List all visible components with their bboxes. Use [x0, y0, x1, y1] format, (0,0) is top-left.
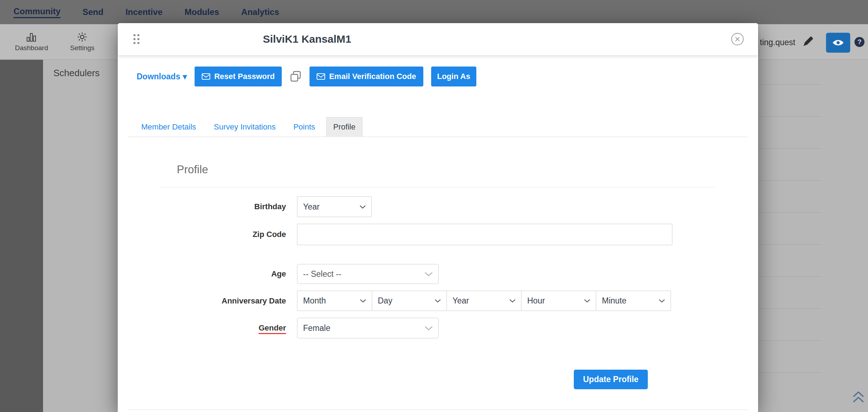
eye-icon: [832, 39, 844, 47]
nav-item-analytics[interactable]: Analytics: [241, 7, 279, 17]
envelope-icon: [317, 73, 325, 80]
table-row: [747, 373, 822, 373]
bar-chart-icon: [26, 32, 37, 42]
chevron-down-icon: [584, 299, 590, 303]
login-as-label: Login As: [437, 72, 470, 81]
birthday-label: Birthday: [118, 202, 286, 211]
nav-item-incentive[interactable]: Incentive: [126, 7, 163, 17]
scroll-top-double-chevron-icon[interactable]: [852, 391, 864, 403]
email-verification-label: Email Verification Code: [329, 72, 416, 81]
tab-survey-invitations[interactable]: Survey Invitations: [207, 117, 282, 137]
chevron-down-icon: [425, 272, 433, 276]
help-button[interactable]: ?: [854, 37, 864, 47]
copy-icon[interactable]: [290, 70, 302, 83]
nav-item-community[interactable]: Community: [14, 6, 60, 18]
gear-icon: [77, 32, 88, 42]
chevron-down-icon: [659, 299, 665, 303]
member-profile-modal: SilviK1 KansalM1 Downloads ▾ Reset P: [118, 23, 758, 412]
chevron-down-icon: [360, 205, 366, 209]
birthday-row: Birthday Year: [118, 196, 758, 217]
tab-member-details[interactable]: Member Details: [134, 117, 203, 137]
table-row: [747, 212, 822, 213]
gender-label-text: Gender: [259, 323, 286, 334]
profile-section-heading: Profile: [177, 163, 208, 176]
age-select[interactable]: -- Select --: [297, 264, 439, 284]
envelope-icon: [202, 73, 210, 80]
table-row: [747, 244, 822, 245]
login-as-button[interactable]: Login As: [431, 67, 476, 86]
nav-item-send[interactable]: Send: [83, 7, 104, 17]
reset-password-button[interactable]: Reset Password: [195, 67, 282, 86]
birthday-year-select[interactable]: Year: [297, 196, 372, 217]
section-divider: [160, 187, 715, 187]
zip-row: Zip Code: [118, 224, 758, 245]
chevron-down-icon: [425, 326, 433, 331]
anniversary-month-value: Month: [303, 296, 326, 306]
chevron-down-icon: [360, 299, 366, 303]
table-row: [747, 340, 822, 341]
table-row: [747, 180, 822, 181]
anniversary-year-value: Year: [452, 296, 469, 306]
preview-eye-button[interactable]: [826, 33, 850, 53]
help-label: ?: [857, 38, 862, 46]
nav-item-modules[interactable]: Modules: [185, 7, 219, 17]
gender-row: Gender Female: [118, 318, 758, 338]
settings-label: Settings: [70, 44, 95, 52]
modal-header: SilviK1 KansalM1: [118, 23, 758, 55]
sidebar-item-schedulers[interactable]: Schedulers: [53, 68, 100, 79]
reset-password-label: Reset Password: [214, 72, 275, 81]
age-value: -- Select --: [303, 269, 341, 279]
anniversary-hour-select[interactable]: Hour: [521, 291, 596, 311]
anniversary-minute-select[interactable]: Minute: [596, 291, 671, 311]
close-icon[interactable]: [730, 32, 745, 46]
anniversary-day-select[interactable]: Day: [372, 291, 447, 311]
table-row: [747, 148, 822, 149]
zip-code-input[interactable]: [297, 224, 672, 245]
anniversary-year-select[interactable]: Year: [446, 291, 522, 311]
anniversary-date-label: Anniversary Date: [118, 296, 286, 306]
dashboard-label: Dashboard: [15, 44, 48, 52]
birthday-year-value: Year: [303, 202, 319, 212]
table-row: [747, 84, 822, 85]
caret-down-icon: ▾: [183, 72, 187, 81]
modal-title: SilviK1 KansalM1: [263, 23, 351, 55]
top-nav-bar: Community Send Incentive Modules Analyti…: [0, 0, 868, 24]
table-row: [747, 276, 822, 277]
age-row: Age -- Select --: [118, 264, 758, 284]
domain-text: ting.quest: [760, 38, 795, 47]
downloads-label: Downloads: [137, 72, 180, 81]
anniversary-day-value: Day: [378, 296, 392, 306]
screen: Community Send Incentive Modules Analyti…: [0, 0, 868, 412]
gender-select[interactable]: Female: [297, 318, 439, 338]
modal-tabs: Member Details Survey Invitations Points…: [128, 117, 748, 137]
email-verification-code-button[interactable]: Email Verification Code: [309, 67, 423, 86]
chevron-down-icon: [509, 299, 515, 303]
gender-label: Gender: [118, 323, 286, 333]
modal-actions-row: Downloads ▾ Reset Password: [137, 67, 476, 86]
downloads-dropdown[interactable]: Downloads ▾: [137, 72, 187, 81]
update-profile-label: Update Profile: [583, 375, 639, 384]
table-row: [747, 116, 822, 117]
zip-code-label: Zip Code: [118, 230, 286, 239]
edit-pencil-icon[interactable]: [803, 36, 814, 47]
anniversary-month-select[interactable]: Month: [297, 291, 372, 311]
age-label: Age: [118, 269, 286, 279]
anniversary-row: Anniversary Date Month Day Year Hour: [118, 291, 758, 311]
table-row: [747, 308, 822, 309]
left-sidebar: [0, 60, 43, 412]
tab-points[interactable]: Points: [287, 117, 322, 137]
gender-value: Female: [303, 323, 330, 333]
dashboard-button[interactable]: Dashboard: [15, 32, 48, 52]
settings-button[interactable]: Settings: [70, 32, 95, 52]
anniversary-hour-value: Hour: [527, 296, 545, 306]
modal-footer-divider: [128, 410, 748, 410]
chevron-down-icon: [435, 299, 441, 303]
tab-profile[interactable]: Profile: [326, 117, 362, 137]
update-profile-button[interactable]: Update Profile: [574, 370, 648, 389]
anniversary-minute-value: Minute: [602, 296, 626, 306]
drag-handle-icon[interactable]: [133, 34, 139, 44]
